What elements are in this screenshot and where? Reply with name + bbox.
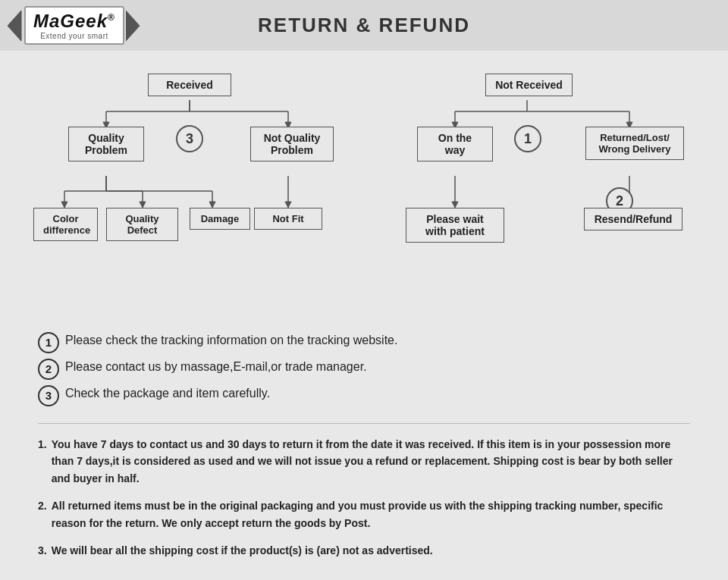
svg-marker-13: [61, 202, 67, 208]
badge-3: 3: [176, 125, 203, 152]
note-3-text: Check the package and item carefully.: [65, 384, 270, 403]
rules-section: 1. You have 7 days to contact us and 30 …: [15, 428, 713, 577]
page-header: MaGeek® Extend your smart RETURN & REFUN…: [0, 0, 728, 51]
logo-main-text: MaGeek®: [33, 11, 115, 32]
header-title-area: RETURN & REFUND: [182, 14, 546, 37]
svg-marker-17: [140, 202, 146, 208]
left-arrow-icon: [8, 7, 23, 45]
not-received-box: Not Received: [485, 74, 573, 96]
right-arrow-icon: [126, 7, 141, 45]
svg-marker-0: [8, 11, 21, 41]
notes-section: 1 Please check the tracking information …: [15, 324, 713, 419]
svg-marker-32: [452, 202, 458, 208]
rule-item-2: 2. All returned items must be in the ori…: [38, 497, 690, 531]
damage-box: Damage: [190, 208, 250, 230]
separator: [38, 423, 690, 424]
logo-area: MaGeek® Extend your smart: [0, 6, 182, 45]
note-item-3: 3 Check the package and item carefully.: [38, 384, 690, 406]
not-fit-box: Not Fit: [254, 208, 322, 230]
quality-problem-box: QualityProblem: [68, 127, 144, 161]
note-2-text: Please contact us by massage,E-mail,or t…: [65, 358, 367, 376]
note-1-circle: 1: [38, 332, 59, 353]
note-3-circle: 3: [38, 385, 59, 406]
note-item-1: 1 Please check the tracking information …: [38, 331, 690, 353]
note-2-circle: 2: [38, 359, 59, 380]
main-content: Received 3 QualityProblem Not QualityPro…: [0, 51, 728, 580]
resend-refund-box: Resend/Refund: [584, 208, 682, 230]
right-chart-svg: [379, 66, 698, 316]
rule-2-num: 2.: [38, 497, 47, 514]
rule-1-text: You have 7 days to contact us and 30 day…: [52, 436, 690, 487]
returned-lost-box: Returned/Lost/Wrong Delivery: [585, 127, 684, 160]
rule-3-num: 3.: [38, 542, 47, 559]
color-difference-box: Colordifference: [33, 208, 98, 241]
not-quality-problem-box: Not QualityProblem: [250, 127, 334, 161]
left-chart-svg: [30, 66, 364, 316]
page-title: RETURN & REFUND: [258, 14, 470, 36]
svg-marker-23: [285, 202, 291, 208]
please-wait-box: Please waitwith patient: [406, 208, 504, 243]
badge-1: 1: [514, 125, 541, 152]
rule-1-num: 1.: [38, 436, 47, 453]
on-the-way-box: On the way: [417, 127, 493, 161]
rule-item-1: 1. You have 7 days to contact us and 30 …: [38, 436, 690, 487]
logo-box: MaGeek® Extend your smart: [24, 6, 124, 45]
logo-sub-text: Extend your smart: [40, 32, 108, 40]
rule-2-text: All returned items must be in the origin…: [52, 497, 690, 531]
svg-marker-21: [209, 202, 215, 208]
flowchart-section: Received 3 QualityProblem Not QualityPro…: [15, 51, 713, 324]
quality-defect-box: QualityDefect: [106, 208, 178, 241]
rule-3-text: We will bear all the shipping cost if th…: [52, 542, 433, 559]
left-flowchart: Received 3 QualityProblem Not QualityPro…: [30, 66, 364, 316]
received-box: Received: [148, 74, 231, 96]
note-1-text: Please check the tracking information on…: [65, 331, 397, 350]
svg-marker-1: [126, 11, 140, 41]
rule-item-3: 3. We will bear all the shipping cost if…: [38, 542, 690, 559]
right-flowchart: Not Received 1 On the way Returned/Lost/…: [379, 66, 698, 316]
note-item-2: 2 Please contact us by massage,E-mail,or…: [38, 358, 690, 380]
